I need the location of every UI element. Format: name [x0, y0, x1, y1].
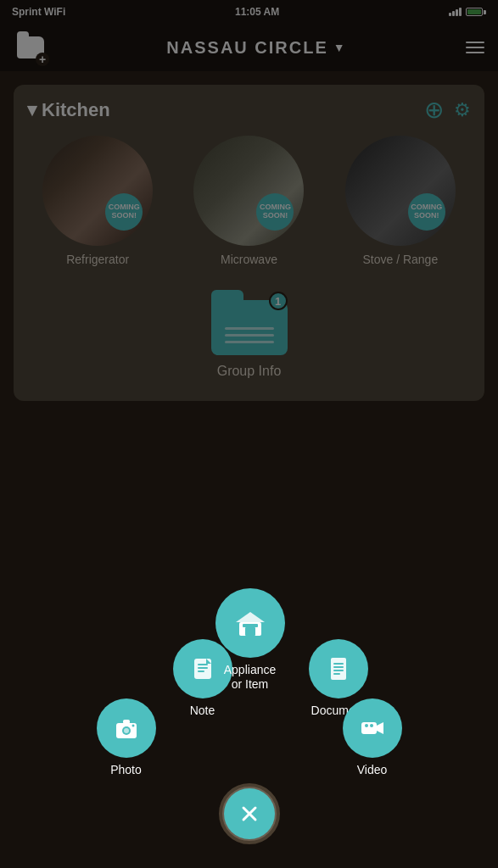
- svg-rect-12: [333, 670, 344, 671]
- svg-rect-11: [333, 666, 344, 668]
- close-x-icon: [224, 788, 275, 839]
- svg-rect-9: [331, 658, 346, 680]
- video-label: Video: [357, 763, 388, 777]
- svg-rect-8: [243, 624, 258, 627]
- svg-rect-2: [198, 667, 208, 669]
- note-label: Note: [190, 704, 215, 718]
- svg-rect-7: [245, 627, 255, 636]
- svg-rect-10: [333, 663, 344, 665]
- photo-icon-circle: [97, 698, 156, 758]
- svg-rect-3: [198, 670, 204, 672]
- svg-rect-1: [198, 664, 208, 665]
- fab-video-button[interactable]: Video: [343, 698, 402, 777]
- svg-point-21: [365, 724, 368, 727]
- fab-photo-button[interactable]: Photo: [97, 698, 156, 777]
- appliance-label: Applianceor Item: [224, 663, 277, 692]
- appliance-icon: [232, 605, 268, 641]
- camera-icon: [113, 715, 140, 742]
- note-icon: [189, 655, 216, 682]
- appliance-icon-circle: [215, 588, 285, 658]
- video-icon-circle: [343, 698, 402, 758]
- video-camera-icon: [359, 715, 386, 742]
- document-icon: [325, 655, 352, 682]
- document-icon-circle: [309, 639, 368, 698]
- photo-label: Photo: [110, 763, 142, 777]
- svg-marker-6: [236, 612, 265, 622]
- svg-rect-13: [333, 673, 340, 675]
- x-icon: [238, 802, 261, 826]
- svg-point-17: [124, 728, 129, 733]
- fab-appliance-button[interactable]: Applianceor Item: [215, 588, 285, 692]
- svg-point-18: [131, 725, 134, 727]
- svg-rect-15: [123, 720, 130, 724]
- svg-marker-20: [377, 722, 383, 734]
- svg-rect-19: [361, 722, 377, 734]
- svg-point-22: [370, 724, 373, 727]
- fab-close-button[interactable]: [219, 783, 280, 844]
